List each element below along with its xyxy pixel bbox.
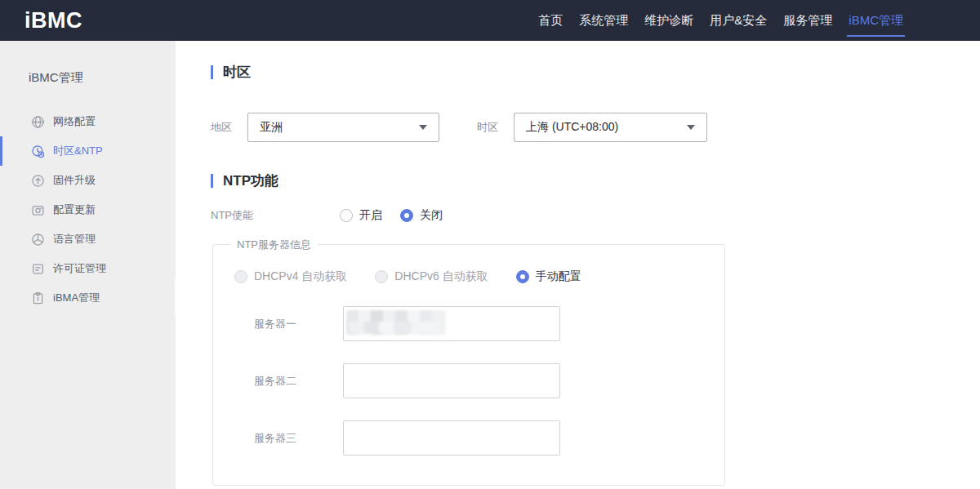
sidebar-item-label: 时区&NTP <box>53 144 103 158</box>
server-two-input[interactable] <box>344 364 559 398</box>
license-icon <box>31 262 45 276</box>
timezone-select[interactable]: 上海 (UTC+08:00) <box>514 113 707 142</box>
manual-config-radio[interactable]: 手动配置 <box>516 269 581 284</box>
ntp-enable-off-radio[interactable]: 关闭 <box>400 208 443 223</box>
server-three-label: 服务器三 <box>254 431 343 446</box>
timezone-icon <box>31 144 45 158</box>
radio-selected-icon <box>400 209 413 222</box>
sidebar-item-label: 网络配置 <box>53 114 96 129</box>
ntp-enable-label: NTP使能 <box>211 208 340 223</box>
timezone-section-title: 时区 <box>211 64 980 80</box>
dhcpv6-auto-radio[interactable]: DHCPv6 自动获取 <box>375 269 488 284</box>
server-one-label: 服务器一 <box>254 317 343 331</box>
ntp-server-mode-row: DHCPv4 自动获取 DHCPv6 自动获取 手动配置 <box>234 269 724 284</box>
nav-item-ibmc-management[interactable]: iBMC管理 <box>840 0 911 41</box>
server-three-input[interactable] <box>344 421 559 455</box>
radio-disabled-icon <box>375 270 388 283</box>
sidebar-item-label: iBMA管理 <box>53 291 100 305</box>
nav-item-home[interactable]: 首页 <box>530 0 571 41</box>
sidebar-item-license-management[interactable]: 许可证管理 <box>0 254 176 283</box>
sidebar-item-label: 许可证管理 <box>53 261 106 276</box>
sidebar-item-firmware-upgrade[interactable]: 固件升级 <box>0 166 176 195</box>
sidebar-title: iBMC管理 <box>29 70 176 86</box>
sidebar-item-label: 固件升级 <box>53 173 96 188</box>
sidebar-item-label: 语言管理 <box>53 232 96 247</box>
radio-label: 关闭 <box>420 208 443 223</box>
ntp-enable-row: NTP使能 开启 关闭 <box>211 207 980 224</box>
region-select[interactable]: 亚洲 <box>247 113 439 142</box>
radio-unselected-icon <box>340 209 353 222</box>
section-title-text: 时区 <box>223 63 251 82</box>
section-accent-bar <box>211 174 213 188</box>
radio-label: DHCPv4 自动获取 <box>254 269 347 284</box>
timezone-label: 时区 <box>477 120 514 135</box>
sidebar-menu: 网络配置 时区&NTP 固件升级 <box>0 107 176 313</box>
section-accent-bar <box>211 65 213 79</box>
ibmc-app-window: iBMC 首页 系统管理 维护诊断 用户&安全 服务管理 iBMC管理 iBMC… <box>0 0 980 489</box>
nav-item-service-management[interactable]: 服务管理 <box>775 0 840 41</box>
radio-label: 手动配置 <box>536 269 581 284</box>
sidebar-item-ibma-management[interactable]: iBMA管理 <box>0 283 176 313</box>
server-one-row: 服务器一 <box>254 306 724 341</box>
ntp-server-info-group: NTP服务器信息 DHCPv4 自动获取 DHCPv6 自动获取 手动配置 服务… <box>212 244 725 486</box>
nav-item-user-security[interactable]: 用户&安全 <box>702 0 775 41</box>
timezone-select-value: 上海 (UTC+08:00) <box>526 120 618 135</box>
region-select-value: 亚洲 <box>260 120 283 135</box>
server-three-input-box <box>343 420 560 456</box>
ntp-enable-on-radio[interactable]: 开启 <box>340 208 382 223</box>
top-navbar: iBMC 首页 系统管理 维护诊断 用户&安全 服务管理 iBMC管理 <box>0 0 980 41</box>
radio-disabled-icon <box>234 270 247 283</box>
chevron-down-icon <box>419 125 427 130</box>
masked-value-overlay <box>346 310 446 335</box>
top-nav-menu: 首页 系统管理 维护诊断 用户&安全 服务管理 iBMC管理 <box>530 0 980 41</box>
sidebar-item-network-config[interactable]: 网络配置 <box>0 107 176 136</box>
server-two-input-box <box>343 363 560 398</box>
chevron-down-icon <box>687 125 695 130</box>
main-content: 时区 地区 亚洲 时区 上海 (UTC+08:00) NTP功能 NTP使能 开… <box>176 41 980 489</box>
ntp-section-title: NTP功能 <box>211 172 980 189</box>
ibma-icon <box>31 291 45 305</box>
sidebar-item-label: 配置更新 <box>53 202 96 217</box>
server-two-row: 服务器二 <box>254 363 724 398</box>
radio-selected-icon <box>516 270 529 283</box>
config-update-icon <box>31 203 45 217</box>
region-label: 地区 <box>211 120 247 135</box>
dhcpv4-auto-radio[interactable]: DHCPv4 自动获取 <box>234 269 347 284</box>
sidebar-item-config-update[interactable]: 配置更新 <box>0 195 176 224</box>
radio-label: 开启 <box>359 208 382 223</box>
section-title-text: NTP功能 <box>223 171 278 190</box>
timezone-form-row: 地区 亚洲 时区 上海 (UTC+08:00) <box>211 113 980 142</box>
nav-item-maintenance-diagnosis[interactable]: 维护诊断 <box>636 0 702 41</box>
sidebar: iBMC管理 网络配置 时区&NTP <box>0 41 176 489</box>
server-three-row: 服务器三 <box>254 420 724 456</box>
network-icon <box>31 115 45 129</box>
radio-label: DHCPv6 自动获取 <box>394 269 488 284</box>
language-icon <box>31 233 45 247</box>
ibmc-logo: iBMC <box>24 8 82 33</box>
server-one-input-box <box>343 306 560 341</box>
sidebar-item-language-management[interactable]: 语言管理 <box>0 224 176 254</box>
server-two-label: 服务器二 <box>254 374 343 389</box>
ntp-server-info-legend: NTP服务器信息 <box>230 238 318 252</box>
firmware-upgrade-icon <box>31 174 45 188</box>
nav-item-system-management[interactable]: 系统管理 <box>571 0 636 41</box>
sidebar-item-timezone-ntp[interactable]: 时区&NTP <box>0 136 176 166</box>
